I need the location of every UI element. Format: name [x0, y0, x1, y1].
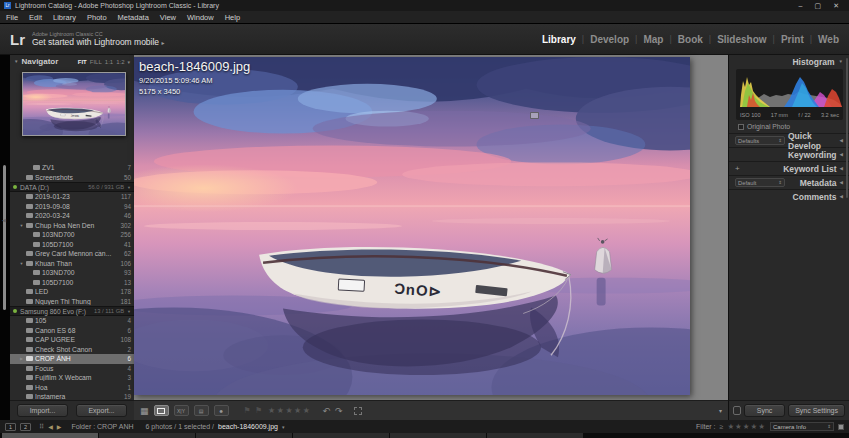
folder-row[interactable]: 105D710013 — [10, 278, 134, 288]
folder-row[interactable]: LED178 — [10, 287, 134, 297]
module-develop[interactable]: Develop — [590, 34, 629, 45]
menu-item-window[interactable]: Window — [187, 13, 214, 22]
menu-item-photo[interactable]: Photo — [87, 13, 107, 22]
menu-item-library[interactable]: Library — [53, 13, 76, 22]
disclosure-triangle-icon[interactable]: ▼ — [19, 223, 24, 228]
disclosure-triangle-icon[interactable]: ▶ — [19, 356, 24, 361]
folder-row[interactable]: Fujifilm X Webcam3 — [10, 373, 134, 383]
navigator-zoom-fit[interactable]: FIT — [78, 59, 87, 65]
flag-icons[interactable]: ⚑ ⚑ — [244, 406, 264, 415]
folder-row[interactable]: 2020-03-2446 — [10, 211, 134, 221]
folder-row[interactable]: 2019-01-23117 — [10, 192, 134, 202]
folder-row[interactable]: 105D710041 — [10, 240, 134, 250]
menu-item-edit[interactable]: Edit — [29, 13, 42, 22]
folder-row[interactable]: 1054 — [10, 316, 134, 326]
filmstrip-thumbnail[interactable] — [293, 433, 389, 438]
back-arrow-icon[interactable]: ◀ — [48, 423, 53, 430]
filmstrip-filter-toggle[interactable] — [838, 424, 844, 430]
navigator-zoom-fill[interactable]: FILL — [90, 59, 102, 65]
import-button[interactable]: Import... — [17, 404, 68, 417]
navigator-header[interactable]: ▼ Navigator FITFILL1:11:2 ▾ — [10, 55, 134, 68]
module-slideshow[interactable]: Slideshow — [717, 34, 766, 45]
navigator-preview[interactable]: ƆnO⊳ — [22, 72, 126, 136]
minimize-button[interactable]: – — [799, 2, 803, 9]
menu-item-file[interactable]: File — [6, 13, 18, 22]
collapse-left-icon[interactable]: ◀ — [2, 217, 6, 223]
original-photo-checkbox[interactable] — [738, 124, 744, 130]
folder-row[interactable]: Screenshots50 — [10, 173, 134, 183]
folder-row[interactable]: 2019-09-0894 — [10, 202, 134, 212]
panel-preset-dropdown[interactable]: Defaults⇕ — [735, 136, 785, 145]
right-scrollbar[interactable] — [846, 58, 848, 198]
module-web[interactable]: Web — [818, 34, 839, 45]
menu-item-help[interactable]: Help — [225, 13, 240, 22]
volume-header[interactable]: DATA (D:)56.0 / 931 GB▼ — [10, 182, 134, 192]
loupe-view-button[interactable] — [154, 405, 169, 416]
disclosure-triangle-icon[interactable]: ▼ — [19, 261, 24, 266]
folder-row[interactable]: Hoa1 — [10, 383, 134, 393]
folder-row[interactable]: ZV17 — [10, 163, 134, 173]
folder-row[interactable]: CAP UGREE108 — [10, 335, 134, 345]
grid-shortcut-icon[interactable]: ⠿ — [39, 423, 44, 431]
filmstrip-thumbnail[interactable] — [2, 433, 98, 438]
filmstrip-folder-label[interactable]: Folder : CROP ANH — [71, 423, 133, 430]
main-screen-button[interactable]: 1 — [5, 423, 16, 431]
left-scrollbar[interactable] — [3, 165, 6, 310]
triangle-down-icon[interactable]: ▼ — [127, 185, 131, 190]
module-print[interactable]: Print — [781, 34, 804, 45]
rotate-right-icon[interactable]: ↷ — [335, 406, 343, 416]
filter-ge-icon[interactable]: ≥ — [720, 423, 724, 430]
panel-header-metadata[interactable]: Default⇕Metadata◀ — [729, 175, 849, 189]
panel-header-quick-develop[interactable]: Defaults⇕Quick Develop◀ — [729, 133, 849, 147]
folder-row[interactable]: Instamera19 — [10, 392, 134, 400]
grid-view-icon[interactable]: ▦ — [140, 406, 149, 416]
histogram-header[interactable]: Histogram ▼ — [729, 55, 849, 68]
compare-view-button[interactable]: X|Y — [174, 405, 189, 416]
histogram-box[interactable]: ISO 100 17 mm f / 22 3.2 sec — [736, 69, 843, 120]
filmstrip-thumbnail[interactable] — [196, 433, 292, 438]
folder-row[interactable]: Canon ES 686 — [10, 326, 134, 336]
sync-settings-button[interactable]: Sync Settings — [788, 404, 845, 417]
toolbar-options-caret[interactable]: ▾ — [719, 407, 722, 414]
menu-item-view[interactable]: View — [160, 13, 176, 22]
filmstrip-filename[interactable]: beach-1846009.jpg — [218, 423, 278, 430]
filmstrip-thumbnail[interactable] — [487, 433, 583, 438]
folder-row[interactable]: ▼Khuan Than106 — [10, 259, 134, 269]
add-keyword-icon[interactable]: + — [735, 164, 740, 173]
people-view-button[interactable]: ☻ — [214, 405, 229, 416]
filmstrip-thumbnail[interactable] — [390, 433, 486, 438]
filmstrip-caret-icon[interactable]: ▾ — [282, 424, 285, 430]
navigator-zoom-caret-icon[interactable]: ▾ — [127, 59, 130, 65]
filter-preset-dropdown[interactable]: Camera Info ⇕ — [770, 422, 834, 431]
volume-header[interactable]: Samsung 860 Evo (F:)13 / 111 GB▼ — [10, 306, 134, 316]
folder-row[interactable]: Focus4 — [10, 364, 134, 374]
export-button[interactable]: Export... — [76, 404, 127, 417]
folder-row[interactable]: ▶CROP ẢNH6 — [10, 354, 134, 364]
rotate-left-icon[interactable]: ↶ — [322, 406, 330, 416]
panel-header-keywording[interactable]: Keywording◀ — [729, 147, 849, 161]
module-book[interactable]: Book — [678, 34, 703, 45]
folder-row[interactable]: ▼Chup Hoa Nen Den302 — [10, 221, 134, 231]
panel-header-keyword-list[interactable]: +Keyword List◀ — [729, 161, 849, 175]
folder-row[interactable]: Check Shot Canon2 — [10, 345, 134, 355]
folder-row[interactable]: 103ND70093 — [10, 268, 134, 278]
maximize-button[interactable]: ▢ — [815, 2, 822, 10]
folder-row[interactable]: Grey Card Mennon cần...62 — [10, 249, 134, 259]
triangle-down-icon[interactable]: ▼ — [127, 309, 131, 314]
identity-plate[interactable]: Adobe Lightroom Classic CC Get started w… — [32, 31, 164, 47]
close-button[interactable]: ✕ — [833, 2, 839, 10]
navigator-zoom-1-2[interactable]: 1:2 — [116, 59, 124, 65]
rating-stars[interactable]: ★★★★★ — [268, 406, 311, 415]
panel-header-comments[interactable]: Comments◀ — [729, 189, 849, 203]
panel-preset-dropdown[interactable]: Default⇕ — [735, 178, 785, 187]
module-map[interactable]: Map — [643, 34, 663, 45]
module-library[interactable]: Library — [542, 34, 576, 45]
photo[interactable]: ƆnO⊳ — [134, 57, 690, 395]
navigate-icon[interactable] — [354, 407, 362, 415]
navigator-zoom-1-1[interactable]: 1:1 — [105, 59, 113, 65]
survey-view-button[interactable]: ▤ — [194, 405, 209, 416]
identity-tagline[interactable]: Get started with Lightroom mobile ▸ — [32, 37, 164, 47]
folder-row[interactable]: 103ND700256 — [10, 230, 134, 240]
folder-row[interactable]: Nguyen Thi Thung181 — [10, 297, 134, 307]
second-screen-button[interactable]: 2 — [20, 423, 31, 431]
